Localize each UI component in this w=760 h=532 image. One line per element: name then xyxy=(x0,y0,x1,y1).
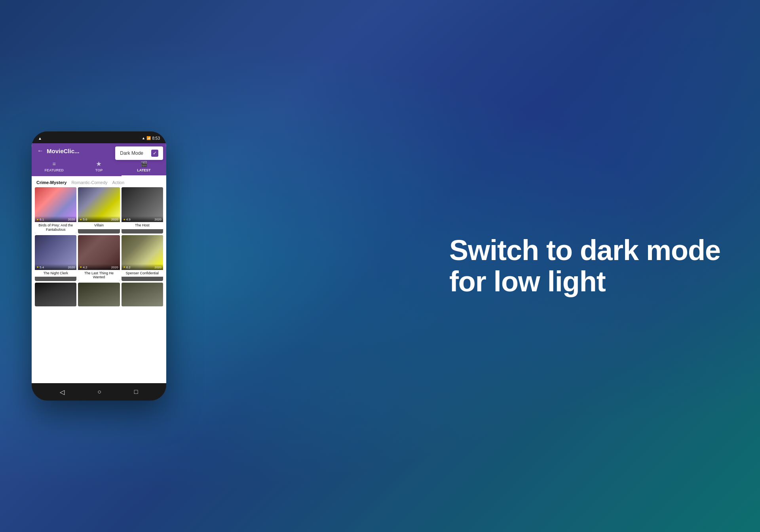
movie-card[interactable]: ★ 4.9 2020 The Host xyxy=(122,187,163,234)
rating-value: 5.4 xyxy=(40,266,44,269)
hero-line2: for low light xyxy=(449,266,720,297)
movie-rating: ★ 5.6 xyxy=(80,218,87,221)
hero-line1: Switch to dark mode xyxy=(449,235,720,266)
star-icon: ★ xyxy=(80,266,82,269)
rating-value: 4.2 xyxy=(83,266,87,269)
genre-romantic[interactable]: Romantic-Comedy xyxy=(71,180,107,185)
hero-headline: Switch to dark mode for low light xyxy=(449,235,720,297)
movie-thumbnail: ★ 4.9 2020 xyxy=(122,187,163,222)
phone-container: ▲ ▲ 📶 8:53 ← MovieClic... Dark Mode ✓ xyxy=(32,131,166,401)
time-display: 8:53 xyxy=(152,136,160,141)
signal-icon: ▲ xyxy=(38,136,42,141)
featured-icon: ≡ xyxy=(53,161,56,167)
movie-year: 2020 xyxy=(154,218,162,221)
movie-rating: ★ 4.2 xyxy=(80,266,87,269)
featured-label: FEATURED xyxy=(44,168,63,172)
rating-value: 6.1 xyxy=(40,218,44,221)
movie-overlay: ★ 4.9 2020 xyxy=(122,216,163,222)
app-screen: ← MovieClic... Dark Mode ✓ ≡ FEATURED xyxy=(32,143,166,383)
movie-thumbnail: ★ 5.4 2020 xyxy=(35,235,76,270)
movie-rating: ★ 5.4 xyxy=(36,266,44,269)
movie-card[interactable] xyxy=(78,283,120,306)
movie-card[interactable]: ★ 4.2 2020 The Last Thing He Wanted xyxy=(78,235,120,281)
latest-icon: 🎬 xyxy=(141,161,147,167)
movie-card[interactable]: ★ 5.4 2020 The Night Clerk xyxy=(35,235,76,281)
rating-value: 6.2 xyxy=(126,266,131,269)
movie-rating: ★ 6.2 xyxy=(123,266,131,269)
movie-thumbnail: ★ 4.2 2020 xyxy=(78,235,120,270)
movie-title: Spenser Confidential xyxy=(122,270,163,277)
movie-thumbnail: ★ 5.6 2020 xyxy=(78,187,120,222)
movie-year: 2020 xyxy=(154,266,162,269)
movie-card[interactable]: ★ 6.2 2020 Spenser Confidential xyxy=(122,235,163,281)
movie-overlay: ★ 6.1 2020 xyxy=(35,216,76,222)
movie-title: The Last Thing He Wanted xyxy=(78,270,120,281)
movie-card[interactable] xyxy=(35,283,76,306)
star-icon: ★ xyxy=(36,266,39,269)
movie-card[interactable]: ★ 5.6 2020 Villain xyxy=(78,187,120,234)
header-left: ← MovieClic... xyxy=(37,147,80,154)
nav-back-button[interactable]: ◁ xyxy=(60,388,65,396)
movie-title: The Host xyxy=(122,222,163,229)
app-tabs: ≡ FEATURED ★ TOP 🎬 LATEST xyxy=(32,158,166,176)
app-title: MovieClic... xyxy=(47,148,80,154)
genre-action[interactable]: Action xyxy=(112,180,125,185)
movie-year: 2020 xyxy=(111,266,118,269)
phone: ▲ ▲ 📶 8:53 ← MovieClic... Dark Mode ✓ xyxy=(32,131,166,401)
movie-overlay: ★ 5.4 2020 xyxy=(35,264,76,270)
rating-value: 5.6 xyxy=(83,218,87,221)
movie-thumbnail: ★ 6.2 2020 xyxy=(122,235,163,270)
phone-notch xyxy=(79,131,119,141)
movie-title: Birds of Prey: And the Fantabulous xyxy=(35,222,76,234)
movie-title: The Night Clerk xyxy=(35,270,76,277)
back-button[interactable]: ← xyxy=(37,147,44,154)
movie-card[interactable]: ★ 6.1 2020 Birds of Prey: And the Fantab… xyxy=(35,187,76,234)
genre-filter: Crime-Mystery Romantic-Comedy Action xyxy=(32,176,166,187)
signal-bars: ▲ 📶 xyxy=(142,136,150,140)
movie-thumbnail xyxy=(122,283,163,306)
movie-rating: ★ 6.1 xyxy=(36,218,44,221)
movie-overlay: ★ 6.2 2020 xyxy=(122,264,163,270)
checkmark-icon: ✓ xyxy=(153,150,157,156)
dark-mode-label: Dark Mode xyxy=(120,150,143,156)
status-right: ▲ 📶 8:53 xyxy=(142,136,160,141)
top-icon: ★ xyxy=(96,161,101,167)
star-icon: ★ xyxy=(123,218,125,221)
movie-title: Villain xyxy=(78,222,120,229)
movie-thumbnail xyxy=(35,283,76,306)
movie-year: 2020 xyxy=(111,218,118,221)
hero-text: Switch to dark mode for low light xyxy=(449,235,720,297)
latest-label: LATEST xyxy=(137,168,150,172)
movie-thumbnail: ★ 6.1 2020 xyxy=(35,187,76,222)
tab-top[interactable]: ★ TOP xyxy=(76,158,121,175)
star-icon: ★ xyxy=(36,218,39,221)
star-icon: ★ xyxy=(123,266,125,269)
movie-rating: ★ 4.9 xyxy=(123,218,131,221)
phone-nav: ◁ ○ □ xyxy=(32,383,166,401)
movie-thumbnail xyxy=(78,283,120,306)
top-label: TOP xyxy=(95,168,103,172)
app-header: ← MovieClic... Dark Mode ✓ xyxy=(32,143,166,158)
movie-overlay: ★ 4.2 2020 xyxy=(78,264,120,270)
movie-card[interactable] xyxy=(122,283,163,306)
star-icon: ★ xyxy=(80,218,82,221)
dark-mode-checkbox[interactable]: ✓ xyxy=(151,150,158,157)
rating-value: 4.9 xyxy=(126,218,131,221)
movie-grid: ★ 6.1 2020 Birds of Prey: And the Fantab… xyxy=(32,187,166,310)
tab-featured[interactable]: ≡ FEATURED xyxy=(32,158,76,175)
dark-mode-popup: Dark Mode ✓ xyxy=(115,146,163,160)
nav-recent-button[interactable]: □ xyxy=(134,388,138,395)
tab-latest[interactable]: 🎬 LATEST xyxy=(122,158,166,175)
movie-year: 2020 xyxy=(68,266,75,269)
movie-overlay: ★ 5.6 2020 xyxy=(78,216,120,222)
genre-crime[interactable]: Crime-Mystery xyxy=(36,180,66,185)
movie-year: 2020 xyxy=(68,218,75,221)
status-left: ▲ xyxy=(38,136,42,141)
nav-home-button[interactable]: ○ xyxy=(97,388,101,395)
